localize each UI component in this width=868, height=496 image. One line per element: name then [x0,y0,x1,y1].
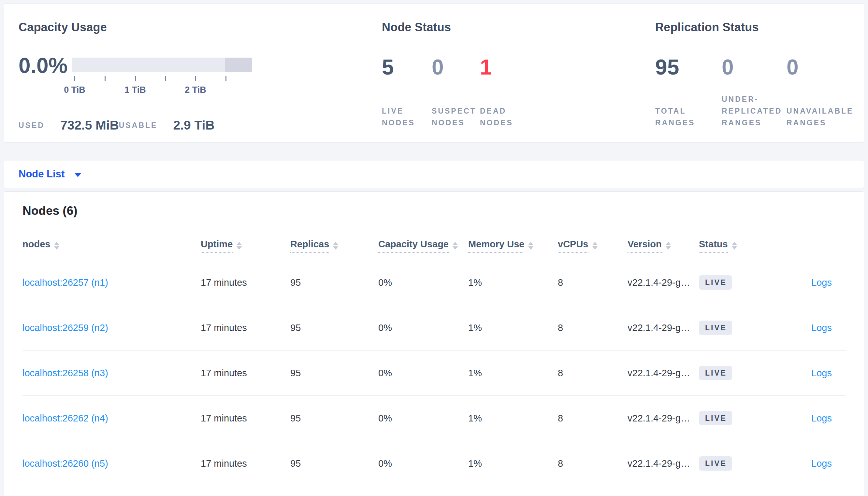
status-badge: LIVE [699,366,732,380]
vcpus-cell: 8 [558,413,628,424]
unavailable-ranges-metric: 0 UNAVAILABLE RANGES [787,56,868,128]
dead-nodes-label: DEAD NODES [480,105,519,128]
memory-cell: 1% [468,323,558,333]
live-nodes-count: 5 [382,56,432,78]
capacity-used-percent: 0.0% [18,53,68,78]
total-ranges-label: TOTAL RANGES [655,105,701,128]
replicas-cell: 95 [290,458,378,469]
node-link[interactable]: localhost:26258 (n3) [23,368,108,378]
vcpus-cell: 8 [558,368,628,378]
table-row: localhost:26258 (n3) 17 minutes 95 0% 1%… [23,351,846,396]
node-link[interactable]: localhost:26260 (n5) [23,458,108,469]
view-selector-card: Node List [4,160,864,188]
column-header-vcpus[interactable]: vCPUs [558,239,628,252]
memory-cell: 1% [468,413,558,424]
replicas-cell: 95 [290,368,378,378]
uptime-cell: 17 minutes [201,413,290,424]
sort-icon [528,242,533,250]
unavailable-ranges-count: 0 [787,56,868,78]
node-link[interactable]: localhost:26257 (n1) [23,277,108,288]
status-badge: LIVE [699,456,732,470]
chevron-down-icon [74,173,81,177]
used-label: USED [18,121,45,130]
live-nodes-metric: 5 LIVE NODES [382,56,432,128]
capacity-stats: USED 732.5 MiB USABLE 2.9 TiB [18,118,215,133]
memory-cell: 1% [468,458,558,469]
table-row: localhost:26257 (n1) 17 minutes 95 0% 1%… [23,260,846,305]
axis-tick [195,76,196,81]
axis-tick-label: 0 TiB [55,85,94,95]
dead-nodes-metric: 1 DEAD NODES [480,56,535,128]
capacity-bar-axis: 0 TiB 1 TiB 2 TiB [74,76,254,95]
usable-label: USABLE [119,121,158,130]
capacity-usage-bar [72,58,252,72]
logs-link[interactable]: Logs [811,413,832,423]
capacity-bar-end-segment [225,58,252,72]
logs-link[interactable]: Logs [811,458,832,469]
axis-tick-label: 2 TiB [176,85,215,95]
node-link[interactable]: localhost:26259 (n2) [23,323,108,333]
sort-icon [333,242,338,250]
capacity-cell: 0% [378,413,468,424]
under-replicated-ranges-label: UNDER-REPLICATED RANGES [722,93,787,128]
suspect-nodes-label: SUSPECT NODES [432,105,479,128]
table-row: localhost:26260 (n5) 17 minutes 95 0% 1%… [23,441,846,486]
status-badge: LIVE [699,275,732,290]
uptime-cell: 17 minutes [201,458,290,469]
column-header-replicas[interactable]: Replicas [290,239,378,252]
nodes-card: Nodes (6) nodes Uptime Replicas Capacity… [4,191,864,496]
column-header-uptime[interactable]: Uptime [201,239,290,252]
version-cell: v22.1.4-29-g… [628,368,699,378]
axis-tick [135,76,136,81]
axis-tick [74,76,75,81]
replication-status-title: Replication Status [655,20,759,34]
column-header-nodes[interactable]: nodes [23,239,201,252]
uptime-cell: 17 minutes [201,368,290,378]
memory-cell: 1% [468,277,558,288]
vcpus-cell: 8 [558,458,628,469]
table-row: localhost:26259 (n2) 17 minutes 95 0% 1%… [23,305,846,351]
status-badge: LIVE [699,411,732,425]
sort-icon [237,242,242,250]
nodes-table: nodes Uptime Replicas Capacity Usage Mem… [23,231,846,486]
sort-icon [732,242,737,250]
sort-icon [666,242,671,250]
axis-tick [225,76,226,81]
column-header-version[interactable]: Version [628,239,699,252]
node-link[interactable]: localhost:26262 (n4) [23,413,108,423]
uptime-cell: 17 minutes [201,277,290,288]
view-selector-dropdown[interactable]: Node List [18,160,81,188]
sort-icon [592,242,598,250]
used-value: 732.5 MiB [60,118,119,133]
view-selector-label: Node List [18,168,64,180]
axis-tick [105,76,106,81]
column-header-capacity-usage[interactable]: Capacity Usage [378,239,468,252]
total-ranges-count: 95 [655,56,722,78]
status-badge: LIVE [699,321,732,335]
axis-tick-label: 1 TiB [116,85,155,95]
logs-link[interactable]: Logs [811,323,832,333]
sort-icon [54,242,59,250]
cluster-overview-card: Capacity Usage 0.0% 0 TiB 1 TiB 2 TiB US… [4,3,864,142]
column-header-status[interactable]: Status [699,239,770,252]
column-header-memory-use[interactable]: Memory Use [468,239,558,252]
under-replicated-ranges-metric: 0 UNDER-REPLICATED RANGES [722,56,787,128]
capacity-cell: 0% [378,458,468,469]
vcpus-cell: 8 [558,277,628,288]
total-ranges-metric: 95 TOTAL RANGES [655,56,722,128]
logs-link[interactable]: Logs [811,368,832,378]
axis-tick [165,76,166,81]
memory-cell: 1% [468,368,558,378]
version-cell: v22.1.4-29-g… [628,413,699,424]
capacity-cell: 0% [378,323,468,333]
version-cell: v22.1.4-29-g… [628,323,699,333]
table-header-row: nodes Uptime Replicas Capacity Usage Mem… [23,231,846,260]
replicas-cell: 95 [290,323,378,333]
version-cell: v22.1.4-29-g… [628,277,699,288]
vcpus-cell: 8 [558,323,628,333]
nodes-section-title: Nodes (6) [23,204,77,218]
capacity-cell: 0% [378,368,468,378]
logs-link[interactable]: Logs [811,277,832,288]
live-nodes-label: LIVE NODES [382,105,421,128]
unavailable-ranges-label: UNAVAILABLE RANGES [787,105,868,128]
